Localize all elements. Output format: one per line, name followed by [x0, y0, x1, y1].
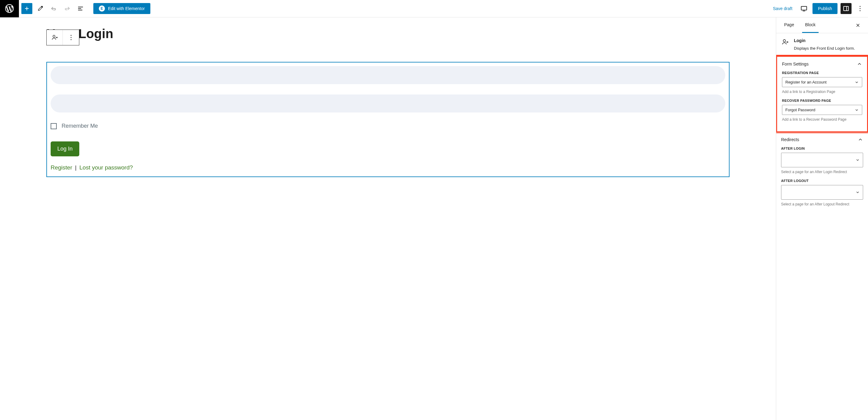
- link-separator: |: [75, 164, 76, 171]
- redo-button[interactable]: [62, 3, 72, 14]
- preview-button[interactable]: [799, 3, 809, 14]
- after-logout-help: Select a page for an After Logout Redire…: [781, 202, 863, 206]
- redirects-title: Redirects: [781, 137, 799, 142]
- publish-button[interactable]: Publish: [812, 3, 837, 14]
- edit-with-elementor-button[interactable]: E Edit with Elementor: [93, 3, 150, 14]
- form-settings-panel: Form Settings Registration Page Register…: [777, 57, 867, 131]
- block-more-button[interactable]: [63, 30, 79, 45]
- block-type-button[interactable]: [46, 30, 63, 45]
- undo-icon: [50, 5, 57, 12]
- registration-page-help: Add a link to a Registration Page: [782, 90, 862, 94]
- username-input[interactable]: [51, 66, 725, 84]
- tab-page[interactable]: Page: [781, 18, 797, 33]
- elementor-icon: E: [99, 5, 105, 11]
- svg-point-3: [860, 6, 861, 7]
- list-view-icon: [77, 5, 84, 12]
- add-block-button[interactable]: [21, 3, 32, 14]
- top-left-tools: E Edit with Elementor: [19, 3, 150, 14]
- svg-point-4: [860, 8, 861, 9]
- after-login-field: After Login Select a page for an After L…: [781, 147, 863, 174]
- form-settings-highlight: Form Settings Registration Page Register…: [776, 55, 868, 133]
- undo-button[interactable]: [48, 3, 59, 14]
- block-info-desc: Displays the Front End Login form.: [794, 46, 855, 51]
- save-draft-button[interactable]: Save draft: [770, 4, 796, 13]
- top-bar: E Edit with Elementor Save draft Publish: [0, 0, 868, 18]
- kebab-icon: [67, 34, 75, 41]
- login-icon: [51, 34, 58, 41]
- after-logout-label: After Logout: [781, 179, 863, 183]
- settings-sidebar: Page Block Login Displays the Front End …: [776, 18, 868, 420]
- svg-point-6: [53, 35, 55, 37]
- login-icon: [781, 38, 789, 46]
- editor-canvas: User Login Remember Me Log In Register |: [0, 18, 776, 420]
- svg-point-7: [70, 35, 71, 36]
- wordpress-icon: [4, 3, 14, 14]
- wordpress-logo[interactable]: [0, 0, 19, 18]
- block-toolbar: [46, 30, 79, 45]
- svg-rect-1: [844, 6, 848, 11]
- recover-password-select[interactable]: Forgot Password: [782, 105, 862, 115]
- block-info: Login Displays the Front End Login form.: [776, 33, 868, 56]
- svg-point-10: [783, 40, 786, 42]
- login-links: Register | Lost your password?: [51, 164, 725, 171]
- svg-point-8: [70, 37, 71, 38]
- registration-page-select[interactable]: Register for an Account: [782, 77, 862, 87]
- top-right-tools: Save draft Publish: [770, 3, 866, 14]
- redirects-panel: Redirects After Login Select a page for …: [776, 132, 868, 216]
- main-layout: User Login Remember Me Log In Register |: [0, 18, 868, 420]
- page-title[interactable]: User Login: [46, 27, 730, 41]
- elementor-label: Edit with Elementor: [108, 6, 145, 11]
- after-login-select[interactable]: [781, 153, 863, 167]
- redo-icon: [63, 5, 71, 12]
- registration-page-field: Registration Page Register for an Accoun…: [782, 71, 862, 94]
- password-input[interactable]: [51, 95, 725, 112]
- kebab-icon: [857, 5, 864, 12]
- svg-point-9: [70, 39, 71, 40]
- svg-rect-0: [801, 6, 807, 10]
- after-logout-field: After Logout Select a page for an After …: [781, 179, 863, 206]
- recover-password-field: Recover Password Page Forgot Password Ad…: [782, 99, 862, 122]
- after-login-help: Select a page for an After Login Redirec…: [781, 170, 863, 174]
- sidebar-tabs: Page Block: [776, 18, 868, 33]
- pencil-icon: [37, 5, 44, 12]
- recover-password-help: Add a link to a Recover Password Page: [782, 117, 862, 122]
- chevron-up-icon: [858, 137, 863, 142]
- remember-me-row: Remember Me: [51, 123, 725, 129]
- settings-panel-toggle[interactable]: [841, 3, 851, 14]
- chevron-down-icon: [855, 108, 859, 112]
- registration-page-value: Register for an Account: [785, 80, 827, 85]
- recover-password-label: Recover Password Page: [782, 99, 862, 102]
- remember-me-label: Remember Me: [62, 123, 98, 129]
- lost-password-link[interactable]: Lost your password?: [79, 164, 133, 171]
- remember-me-checkbox[interactable]: [51, 123, 57, 129]
- register-link[interactable]: Register: [51, 164, 72, 171]
- redirects-toggle[interactable]: Redirects: [776, 133, 868, 147]
- close-sidebar-button[interactable]: [853, 20, 863, 30]
- registration-page-label: Registration Page: [782, 71, 862, 75]
- recover-password-value: Forgot Password: [785, 107, 815, 112]
- chevron-down-icon: [856, 158, 860, 162]
- close-icon: [855, 23, 861, 28]
- plus-icon: [23, 5, 31, 12]
- sidebar-icon: [842, 5, 850, 12]
- svg-point-5: [860, 10, 861, 11]
- chevron-down-icon: [855, 80, 859, 85]
- after-login-label: After Login: [781, 147, 863, 150]
- form-settings-toggle[interactable]: Form Settings: [777, 57, 867, 71]
- tab-block[interactable]: Block: [802, 18, 818, 33]
- login-submit-button[interactable]: Log In: [51, 141, 79, 156]
- login-form-block[interactable]: Remember Me Log In Register | Lost your …: [46, 62, 730, 177]
- more-options-button[interactable]: [855, 3, 866, 14]
- after-logout-select[interactable]: [781, 185, 863, 200]
- chevron-down-icon: [856, 190, 860, 194]
- chevron-up-icon: [857, 61, 862, 67]
- form-settings-title: Form Settings: [782, 62, 808, 66]
- desktop-icon: [800, 5, 808, 12]
- edit-tool-button[interactable]: [35, 3, 46, 14]
- document-overview-button[interactable]: [75, 3, 86, 14]
- block-info-title: Login: [794, 38, 855, 43]
